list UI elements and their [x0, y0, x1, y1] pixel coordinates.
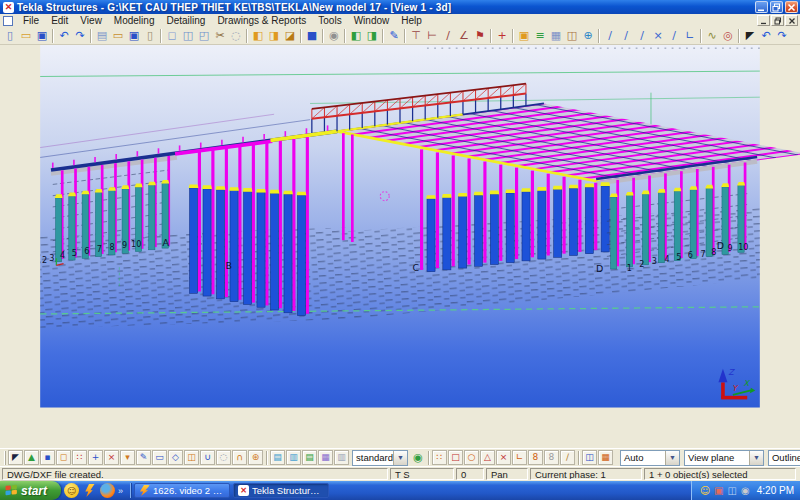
menu-item-drawings-reports[interactable]: Drawings & Reports [211, 14, 312, 27]
bolt-tool-6-icon[interactable]: ∟ [682, 28, 698, 44]
messenger-tray-icon[interactable]: ☺ [700, 486, 710, 496]
snap-midpoints-icon[interactable]: △ [480, 450, 495, 465]
inquire-object-icon[interactable]: ✎ [386, 28, 402, 44]
select-all-icon[interactable]: ◤ [8, 450, 23, 465]
undo-small-icon[interactable]: ↶ [758, 28, 774, 44]
assembly-select-down-icon[interactable]: ▤ [302, 450, 317, 465]
menu-item-detailing[interactable]: Detailing [160, 14, 211, 27]
new-window-icon[interactable]: ◻ [164, 28, 180, 44]
weld-mark-icon[interactable]: ◎ [720, 28, 736, 44]
bolt-tool-5-icon[interactable]: ∕ [666, 28, 682, 44]
tekla-task-button[interactable]: ✕Tekla Structures - G:\... [233, 483, 329, 498]
update-tray-icon[interactable]: ◉ [741, 486, 750, 496]
winamp-task-button[interactable]: 1626. video 2 - Winamp [134, 483, 230, 498]
measure-free-icon[interactable]: ∕ [440, 28, 456, 44]
menu-item-view[interactable]: View [74, 14, 108, 27]
snap-circles-icon[interactable]: ○ [464, 450, 479, 465]
bolt-tool-3-icon[interactable]: ∕ [634, 28, 650, 44]
select-reinforcement-icon[interactable]: ⊛ [248, 450, 263, 465]
firefox-quicklaunch-icon[interactable] [100, 483, 115, 498]
select-annotations-icon[interactable]: ✎ [136, 450, 151, 465]
object-group-up-icon[interactable]: ▦ [318, 450, 333, 465]
snap-ends-icon[interactable]: ∟ [512, 450, 527, 465]
select-fittings-icon[interactable]: ◫ [184, 450, 199, 465]
stamp-tool-icon[interactable]: ◫ [564, 28, 580, 44]
child-minimize-button[interactable] [757, 15, 770, 26]
orbit-view-icon[interactable]: ◉ [326, 28, 342, 44]
menu-item-tools[interactable]: Tools [312, 14, 347, 27]
weld-tool-icon[interactable]: ∿ [704, 28, 720, 44]
copy-properties-icon[interactable]: ▤ [270, 450, 285, 465]
select-cuts-icon[interactable]: ◌ [216, 450, 231, 465]
select-grid-lines-icon[interactable]: × [104, 450, 119, 465]
snap-depth-combo[interactable]: Auto▼ [620, 450, 680, 466]
snap-mode-combo[interactable]: Outline planes▼ [768, 450, 800, 466]
snap-plane-combo[interactable]: View plane▼ [684, 450, 764, 466]
selection-filter-globe-icon[interactable]: ◉ [410, 450, 426, 466]
select-components-icon[interactable]: ▲ [24, 450, 39, 465]
select-distances-icon[interactable]: ▭ [152, 450, 167, 465]
object-group-down-icon[interactable]: ▥ [334, 450, 349, 465]
component-catalog-1-icon[interactable]: ◧ [250, 28, 266, 44]
quicklaunch-overflow-chevron[interactable]: » [118, 486, 123, 496]
import-icon[interactable]: ▭ [110, 28, 126, 44]
start-button[interactable]: start [0, 481, 61, 500]
create-point-icon[interactable]: + [494, 28, 510, 44]
chevron-down-icon[interactable]: ▼ [393, 451, 407, 465]
undo-icon[interactable]: ↶ [56, 28, 72, 44]
model-canvas[interactable]: ABCDD234567891012345678910ZYX [0, 45, 800, 448]
snap-free-icon[interactable]: ∕ [560, 450, 575, 465]
open-model-icon[interactable]: ▭ [18, 28, 34, 44]
redo-icon[interactable]: ↷ [72, 28, 88, 44]
select-points-icon[interactable]: ∷ [72, 450, 87, 465]
bolt-tool-4-icon[interactable]: × [650, 28, 666, 44]
snap-intersections-icon[interactable]: × [496, 450, 511, 465]
profile-catalog-icon[interactable]: ▦ [548, 28, 564, 44]
snap-any-icon[interactable]: 8 [528, 450, 543, 465]
dual-display-tray-icon[interactable]: ◫ [728, 486, 737, 496]
component-editor-icon[interactable]: ◪ [282, 28, 298, 44]
menu-item-window[interactable]: Window [348, 14, 396, 27]
pointer-tool-icon[interactable]: ◤ [742, 28, 758, 44]
component-catalog-2-icon[interactable]: ◨ [266, 28, 282, 44]
minimize-button[interactable] [755, 1, 768, 13]
snap-grid-icon[interactable]: ▦ [598, 450, 613, 465]
new-model-icon[interactable]: ▯ [2, 28, 18, 44]
component-browser-icon[interactable]: ▣ [516, 28, 532, 44]
bolt-tool-2-icon[interactable]: ∕ [618, 28, 634, 44]
viewport-3d[interactable]: ABCDD234567891012345678910ZYX [0, 45, 800, 448]
select-parts-icon[interactable]: ▪ [40, 450, 55, 465]
measure-flag-icon[interactable]: ⚑ [472, 28, 488, 44]
menu-item-file[interactable]: File [17, 14, 45, 27]
chevron-down-icon[interactable]: ▼ [749, 451, 763, 465]
measure-x-icon[interactable]: ⊤ [408, 28, 424, 44]
phase-list-icon[interactable]: ≡ [532, 28, 548, 44]
select-joints-icon[interactable]: ▾ [120, 450, 135, 465]
model-cube-icon[interactable]: ■ [304, 28, 320, 44]
measure-y-icon[interactable]: ⊢ [424, 28, 440, 44]
select-surfaces-icon[interactable]: ◻ [56, 450, 71, 465]
toolbar-grip[interactable] [4, 451, 6, 465]
select-grids-icon[interactable]: + [88, 450, 103, 465]
copy-icon[interactable]: ▤ [94, 28, 110, 44]
redo-small-icon[interactable]: ↷ [774, 28, 790, 44]
create-assembly-icon[interactable]: ◨ [364, 28, 380, 44]
measure-angle-icon[interactable]: ∠ [456, 28, 472, 44]
snap-points-icon[interactable]: ∷ [432, 450, 447, 465]
snap-lines-icon[interactable]: □ [448, 450, 463, 465]
display-error-tray-icon[interactable]: ▣ [714, 486, 723, 496]
child-restore-button[interactable] [771, 15, 784, 26]
cascade-windows-icon[interactable]: ◫ [180, 28, 196, 44]
phase-manager-icon[interactable]: ◫ [582, 450, 597, 465]
publish-web-icon[interactable]: ⊕ [580, 28, 596, 44]
selection-filter-combo[interactable]: standard ▼ [352, 450, 408, 466]
snap-off-icon[interactable]: 8 [544, 450, 559, 465]
cut-icon[interactable]: ✂ [212, 28, 228, 44]
export-icon[interactable]: ▣ [126, 28, 142, 44]
menu-item-edit[interactable]: Edit [45, 14, 74, 27]
messenger-quicklaunch-icon[interactable]: ☺ [64, 483, 79, 498]
save-model-icon[interactable]: ▣ [34, 28, 50, 44]
menu-item-modeling[interactable]: Modeling [108, 14, 161, 27]
clipboard-icon[interactable]: ▯ [142, 28, 158, 44]
bolt-tool-1-icon[interactable]: ∕ [602, 28, 618, 44]
